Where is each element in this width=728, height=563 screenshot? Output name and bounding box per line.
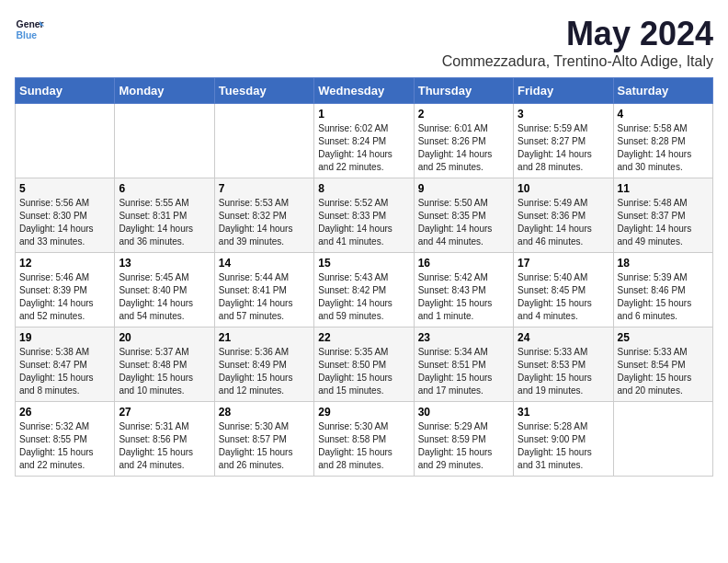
day-header-saturday: Saturday	[613, 78, 712, 104]
logo: General Blue	[15, 15, 44, 44]
day-header-thursday: Thursday	[414, 78, 513, 104]
day-number: 20	[119, 331, 210, 344]
day-number: 23	[418, 331, 509, 344]
calendar-cell: 12Sunrise: 5:46 AM Sunset: 8:39 PM Dayli…	[16, 253, 115, 327]
day-number: 25	[618, 331, 709, 344]
day-number: 6	[119, 182, 210, 195]
title-area: May 2024 Commezzadura, Trentino-Alto Adi…	[442, 15, 713, 70]
calendar-cell: 6Sunrise: 5:55 AM Sunset: 8:31 PM Daylig…	[115, 178, 214, 253]
calendar-cell: 15Sunrise: 5:43 AM Sunset: 8:42 PM Dayli…	[314, 253, 414, 327]
calendar-cell: 8Sunrise: 5:52 AM Sunset: 8:33 PM Daylig…	[314, 178, 414, 253]
day-number: 27	[119, 406, 210, 419]
day-info: Sunrise: 5:35 AM Sunset: 8:50 PM Dayligh…	[318, 346, 409, 397]
day-header-tuesday: Tuesday	[214, 78, 313, 104]
day-header-monday: Monday	[115, 78, 214, 104]
calendar-cell: 26Sunrise: 5:32 AM Sunset: 8:55 PM Dayli…	[16, 402, 115, 477]
day-info: Sunrise: 5:40 AM Sunset: 8:45 PM Dayligh…	[518, 271, 609, 323]
day-number: 16	[418, 257, 509, 270]
calendar-cell: 9Sunrise: 5:50 AM Sunset: 8:35 PM Daylig…	[414, 178, 513, 253]
calendar-cell: 13Sunrise: 5:45 AM Sunset: 8:40 PM Dayli…	[115, 253, 214, 327]
calendar-cell: 11Sunrise: 5:48 AM Sunset: 8:37 PM Dayli…	[613, 178, 712, 253]
day-number: 13	[119, 257, 210, 270]
calendar-cell: 10Sunrise: 5:49 AM Sunset: 8:36 PM Dayli…	[514, 178, 613, 253]
day-number: 26	[19, 406, 110, 419]
day-info: Sunrise: 5:55 AM Sunset: 8:31 PM Dayligh…	[119, 197, 210, 248]
day-info: Sunrise: 5:29 AM Sunset: 8:59 PM Dayligh…	[418, 420, 509, 472]
day-info: Sunrise: 6:01 AM Sunset: 8:26 PM Dayligh…	[418, 122, 509, 174]
day-number: 1	[318, 108, 409, 121]
header: General Blue May 2024 Commezzadura, Tren…	[15, 15, 713, 70]
day-info: Sunrise: 5:53 AM Sunset: 8:32 PM Dayligh…	[219, 197, 310, 248]
week-row-2: 5Sunrise: 5:56 AM Sunset: 8:30 PM Daylig…	[16, 178, 713, 253]
calendar-cell: 1Sunrise: 6:02 AM Sunset: 8:24 PM Daylig…	[314, 104, 414, 178]
day-info: Sunrise: 5:30 AM Sunset: 8:58 PM Dayligh…	[318, 420, 409, 472]
calendar-cell	[214, 104, 313, 178]
day-number: 15	[318, 257, 409, 270]
day-number: 17	[518, 257, 609, 270]
calendar-cell: 27Sunrise: 5:31 AM Sunset: 8:56 PM Dayli…	[115, 402, 214, 477]
day-number: 10	[518, 182, 609, 195]
calendar-cell: 28Sunrise: 5:30 AM Sunset: 8:57 PM Dayli…	[214, 402, 313, 477]
day-info: Sunrise: 5:58 AM Sunset: 8:28 PM Dayligh…	[618, 122, 709, 174]
calendar-cell: 19Sunrise: 5:38 AM Sunset: 8:47 PM Dayli…	[16, 327, 115, 402]
day-info: Sunrise: 5:52 AM Sunset: 8:33 PM Dayligh…	[318, 197, 409, 248]
day-info: Sunrise: 5:32 AM Sunset: 8:55 PM Dayligh…	[19, 420, 110, 472]
day-info: Sunrise: 5:44 AM Sunset: 8:41 PM Dayligh…	[219, 271, 310, 323]
day-number: 31	[518, 406, 609, 419]
day-info: Sunrise: 5:33 AM Sunset: 8:53 PM Dayligh…	[518, 346, 609, 397]
day-info: Sunrise: 5:59 AM Sunset: 8:27 PM Dayligh…	[518, 122, 609, 174]
calendar-cell: 25Sunrise: 5:33 AM Sunset: 8:54 PM Dayli…	[613, 327, 712, 402]
day-info: Sunrise: 5:34 AM Sunset: 8:51 PM Dayligh…	[418, 346, 509, 397]
day-number: 28	[219, 406, 310, 419]
day-header-sunday: Sunday	[16, 78, 115, 104]
calendar-cell	[115, 104, 214, 178]
day-number: 12	[19, 257, 110, 270]
calendar-cell: 20Sunrise: 5:37 AM Sunset: 8:48 PM Dayli…	[115, 327, 214, 402]
day-number: 29	[318, 406, 409, 419]
calendar-cell: 30Sunrise: 5:29 AM Sunset: 8:59 PM Dayli…	[414, 402, 513, 477]
day-number: 24	[518, 331, 609, 344]
calendar-cell: 31Sunrise: 5:28 AM Sunset: 9:00 PM Dayli…	[514, 402, 613, 477]
day-number: 3	[518, 108, 609, 121]
day-number: 8	[318, 182, 409, 195]
calendar-cell: 18Sunrise: 5:39 AM Sunset: 8:46 PM Dayli…	[613, 253, 712, 327]
day-header-friday: Friday	[514, 78, 613, 104]
calendar-cell: 3Sunrise: 5:59 AM Sunset: 8:27 PM Daylig…	[514, 104, 613, 178]
calendar-cell: 7Sunrise: 5:53 AM Sunset: 8:32 PM Daylig…	[214, 178, 313, 253]
month-title: May 2024	[442, 15, 713, 53]
day-number: 7	[219, 182, 310, 195]
calendar-cell: 22Sunrise: 5:35 AM Sunset: 8:50 PM Dayli…	[314, 327, 414, 402]
day-number: 14	[219, 257, 310, 270]
day-number: 9	[418, 182, 509, 195]
week-row-3: 12Sunrise: 5:46 AM Sunset: 8:39 PM Dayli…	[16, 253, 713, 327]
day-info: Sunrise: 5:30 AM Sunset: 8:57 PM Dayligh…	[219, 420, 310, 472]
day-info: Sunrise: 5:33 AM Sunset: 8:54 PM Dayligh…	[618, 346, 709, 397]
day-number: 30	[418, 406, 509, 419]
calendar-cell: 24Sunrise: 5:33 AM Sunset: 8:53 PM Dayli…	[514, 327, 613, 402]
calendar-cell: 5Sunrise: 5:56 AM Sunset: 8:30 PM Daylig…	[16, 178, 115, 253]
calendar-cell: 29Sunrise: 5:30 AM Sunset: 8:58 PM Dayli…	[314, 402, 414, 477]
day-info: Sunrise: 5:28 AM Sunset: 9:00 PM Dayligh…	[518, 420, 609, 472]
day-info: Sunrise: 5:37 AM Sunset: 8:48 PM Dayligh…	[119, 346, 210, 397]
day-info: Sunrise: 5:39 AM Sunset: 8:46 PM Dayligh…	[618, 271, 709, 323]
day-info: Sunrise: 5:36 AM Sunset: 8:49 PM Dayligh…	[219, 346, 310, 397]
day-info: Sunrise: 6:02 AM Sunset: 8:24 PM Dayligh…	[318, 122, 409, 174]
day-number: 21	[219, 331, 310, 344]
day-number: 22	[318, 331, 409, 344]
calendar-cell: 16Sunrise: 5:42 AM Sunset: 8:43 PM Dayli…	[414, 253, 513, 327]
day-number: 2	[418, 108, 509, 121]
days-header-row: SundayMondayTuesdayWednesdayThursdayFrid…	[16, 78, 713, 104]
calendar-cell: 17Sunrise: 5:40 AM Sunset: 8:45 PM Dayli…	[514, 253, 613, 327]
week-row-4: 19Sunrise: 5:38 AM Sunset: 8:47 PM Dayli…	[16, 327, 713, 402]
calendar-cell: 2Sunrise: 6:01 AM Sunset: 8:26 PM Daylig…	[414, 104, 513, 178]
day-info: Sunrise: 5:48 AM Sunset: 8:37 PM Dayligh…	[618, 197, 709, 248]
calendar-cell	[16, 104, 115, 178]
calendar-cell: 14Sunrise: 5:44 AM Sunset: 8:41 PM Dayli…	[214, 253, 313, 327]
day-number: 5	[19, 182, 110, 195]
day-info: Sunrise: 5:42 AM Sunset: 8:43 PM Dayligh…	[418, 271, 509, 323]
day-info: Sunrise: 5:45 AM Sunset: 8:40 PM Dayligh…	[119, 271, 210, 323]
day-number: 18	[618, 257, 709, 270]
day-number: 11	[618, 182, 709, 195]
calendar: SundayMondayTuesdayWednesdayThursdayFrid…	[15, 77, 713, 477]
day-header-wednesday: Wednesday	[314, 78, 414, 104]
